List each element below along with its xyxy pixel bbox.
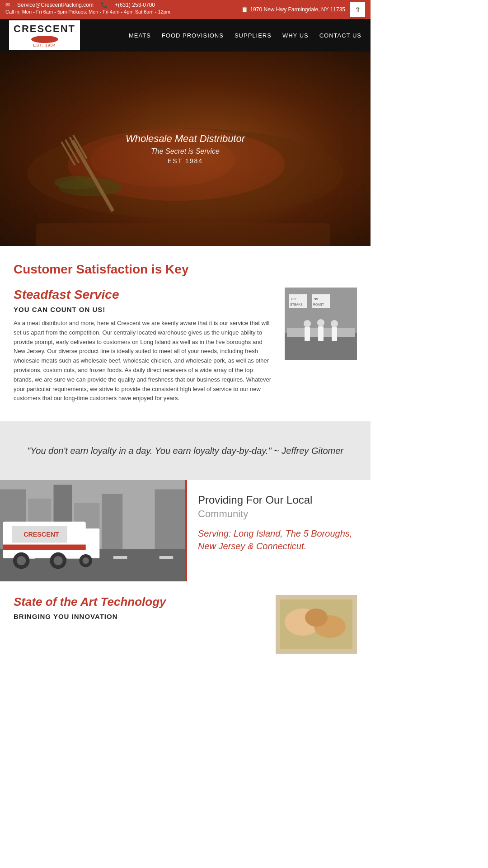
logo-oval-decoration	[31, 36, 58, 43]
nav-meats[interactable]: MEATS	[129, 32, 151, 39]
phone-icon: 📞	[101, 2, 108, 8]
quote-section: "You don't earn loyalty in a day. You ea…	[0, 421, 371, 480]
steadfast-subheading: YOU CAN COUNT ON US!	[14, 306, 274, 313]
svg-rect-21	[305, 327, 310, 341]
email-icon: ✉	[5, 2, 10, 8]
community-subtitle: Community	[198, 508, 360, 520]
steadfast-text: Steadfast Service YOU CAN COUNT ON US! A…	[14, 288, 274, 403]
community-title: Providing For Our Local	[198, 494, 360, 506]
navbar: CRESCENT EST. 1984 MEATS FOOD PROVISIONS…	[0, 19, 371, 52]
brand-est: EST. 1984	[33, 43, 56, 47]
top-bar-left: ✉ Service@CrescentPacking.com 📞 +(631) 2…	[5, 2, 170, 14]
svg-text:99: 99	[314, 297, 318, 301]
share-icon: ⇧	[355, 5, 361, 14]
svg-text:STEAKS: STEAKS	[290, 303, 303, 306]
nav-links: MEATS FOOD PROVISIONS SUPPLIERS WHY US C…	[129, 32, 361, 39]
community-text: Providing For Our Local Community Servin…	[185, 480, 371, 581]
location-icon: 📋	[241, 6, 248, 13]
brand-name: CRESCENT	[14, 23, 75, 35]
svg-point-24	[331, 320, 338, 327]
tech-heading: State of the Art Technology	[14, 595, 267, 609]
hero-est: EST 1984	[126, 157, 245, 165]
tech-image	[276, 595, 357, 654]
nav-why-us[interactable]: WHY US	[282, 32, 309, 39]
satisfaction-section: Customer Satisfaction is Key Steadfast S…	[0, 246, 371, 421]
logo-box: CRESCENT EST. 1984	[9, 20, 80, 50]
top-bar: ✉ Service@CrescentPacking.com 📞 +(631) 2…	[0, 0, 371, 19]
steadfast-body: As a meat distributor and more, here at …	[14, 319, 274, 403]
svg-rect-38	[160, 556, 174, 559]
hero-content: Wholesale Meat Distributor The Secret is…	[126, 133, 245, 165]
svg-rect-40	[72, 528, 99, 558]
hours-info: Call in: Mon - Fri 6am - 5pm Pickups: Mo…	[5, 9, 170, 14]
svg-point-54	[305, 609, 328, 627]
hero-title: Wholesale Meat Distributor	[126, 133, 245, 145]
share-button[interactable]: ⇧	[350, 2, 365, 17]
nav-suppliers[interactable]: SUPPLIERS	[235, 32, 272, 39]
nav-contact-us[interactable]: CONTACT US	[319, 32, 361, 39]
svg-point-44	[53, 556, 62, 565]
hero-section: Wholesale Meat Distributor The Secret is…	[0, 52, 371, 246]
svg-text:CRESCENT: CRESCENT	[23, 531, 59, 538]
butcher-image: 89 STEAKS 99 ROAST	[285, 288, 357, 360]
steadfast-heading: Steadfast Service	[14, 288, 274, 302]
phone-number[interactable]: +(631) 253-0700	[115, 2, 155, 8]
tech-text: State of the Art Technology BRINGING YOU…	[14, 595, 267, 620]
butcher-svg: 89 STEAKS 99 ROAST	[285, 288, 357, 360]
svg-rect-23	[318, 326, 324, 341]
satisfaction-title: Customer Satisfaction is Key	[14, 262, 357, 277]
svg-point-20	[304, 320, 311, 327]
svg-text:ROAST: ROAST	[313, 303, 324, 306]
svg-rect-37	[113, 556, 127, 559]
hero-tagline: The Secret is Service	[126, 147, 245, 156]
steadfast-row: Steadfast Service YOU CAN COUNT ON US! A…	[14, 288, 357, 403]
svg-rect-25	[332, 327, 337, 341]
svg-point-22	[317, 319, 324, 326]
nav-food-provisions[interactable]: FOOD PROVISIONS	[162, 32, 224, 39]
quote-text: "You don't earn loyalty in a day. You ea…	[18, 444, 352, 458]
tech-subheading: BRINGING YOU INNOVATION	[14, 613, 267, 620]
contact-info: ✉ Service@CrescentPacking.com 📞 +(631) 2…	[5, 2, 170, 8]
svg-point-42	[17, 556, 26, 565]
svg-text:89: 89	[291, 297, 296, 301]
community-section: CRESCENT Providing For Our Local Communi…	[0, 480, 371, 581]
truck-image: CRESCENT	[0, 480, 185, 581]
community-serving: Serving: Long Island, The 5 Boroughs, Ne…	[198, 527, 360, 552]
logo-area: CRESCENT EST. 1984	[9, 20, 80, 50]
satisfaction-title-text: Customer Satisfaction is	[14, 262, 162, 276]
svg-point-46	[83, 557, 89, 564]
key-word: Key	[165, 262, 188, 276]
email-address[interactable]: Service@CrescentPacking.com	[17, 2, 94, 8]
svg-rect-3	[36, 223, 330, 246]
truck-svg: CRESCENT	[0, 480, 185, 581]
top-bar-right: 📋 1970 New Hwy Farmingdale, NY 11735 ⇧	[241, 2, 365, 17]
svg-rect-47	[3, 545, 85, 550]
tech-section: State of the Art Technology BRINGING YOU…	[0, 581, 371, 663]
tech-svg	[276, 595, 357, 654]
address: 1970 New Hwy Farmingdale, NY 11735	[250, 6, 345, 13]
